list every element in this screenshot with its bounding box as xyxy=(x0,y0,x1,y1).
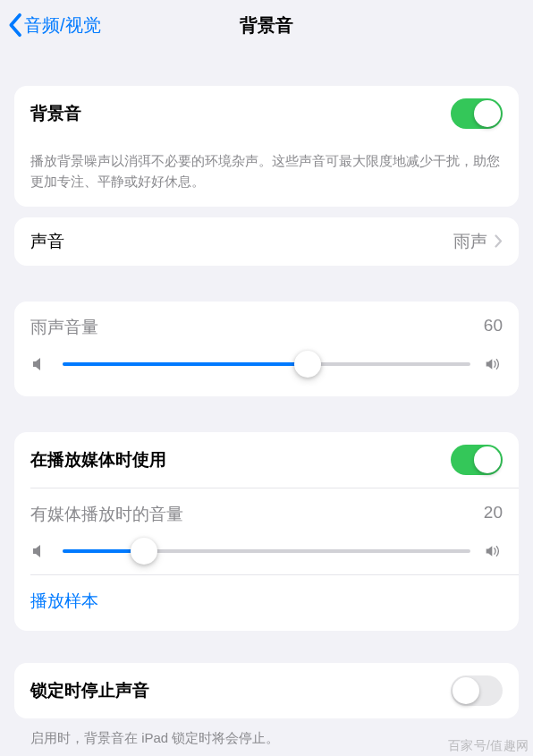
label-background-sound: 背景音 xyxy=(30,102,81,125)
back-label: 音频/视觉 xyxy=(24,13,101,38)
nav-bar: 音频/视觉 背景音 xyxy=(0,0,533,50)
toggle-lock[interactable] xyxy=(451,675,503,706)
row-media-toggle: 在播放媒体时使用 xyxy=(14,432,519,488)
toggle-background-sound[interactable] xyxy=(451,98,503,129)
link-play-sample[interactable]: 播放样本 xyxy=(14,575,519,631)
volume-low-icon xyxy=(30,355,48,373)
label-lock: 锁定时停止声音 xyxy=(30,679,149,702)
label-rain-volume: 雨声音量 xyxy=(30,316,98,339)
value-sound: 雨声 xyxy=(453,230,487,253)
description-background-sound: 播放背景噪声以消弭不必要的环境杂声。这些声音可最大限度地减少干扰，助您更加专注、… xyxy=(14,141,519,207)
description-lock: 启用时，背景音在 iPad 锁定时将会停止。 xyxy=(14,718,519,753)
group-rain-volume: 雨声音量 60 xyxy=(14,302,519,396)
group-sound-select: 声音 雨声 xyxy=(14,217,519,266)
label-media-toggle: 在播放媒体时使用 xyxy=(30,448,166,471)
back-button[interactable]: 音频/视觉 xyxy=(7,13,101,38)
slider-rain-volume[interactable] xyxy=(30,355,503,373)
group-background-sound: 背景音 播放背景噪声以消弭不必要的环境杂声。这些声音可最大限度地减少干扰，助您更… xyxy=(14,86,519,207)
volume-high-icon xyxy=(485,355,503,373)
volume-low-icon xyxy=(30,542,48,560)
watermark: 百家号/值趣网 xyxy=(448,738,529,754)
volume-high-icon xyxy=(485,542,503,560)
value-media-volume: 20 xyxy=(484,503,503,526)
value-rain-volume: 60 xyxy=(484,316,503,339)
label-sound: 声音 xyxy=(30,230,64,253)
group-media: 在播放媒体时使用 有媒体播放时的音量 20 xyxy=(14,432,519,631)
toggle-media[interactable] xyxy=(451,445,503,475)
row-lock-toggle: 锁定时停止声音 xyxy=(14,663,519,718)
group-lock: 锁定时停止声音 xyxy=(14,663,519,718)
row-background-sound-toggle: 背景音 xyxy=(14,86,519,141)
row-sound[interactable]: 声音 雨声 xyxy=(14,217,519,266)
slider-media-volume[interactable] xyxy=(30,542,503,560)
chevron-left-icon xyxy=(7,13,22,38)
chevron-right-icon xyxy=(495,234,503,248)
label-media-volume: 有媒体播放时的音量 xyxy=(30,503,183,526)
